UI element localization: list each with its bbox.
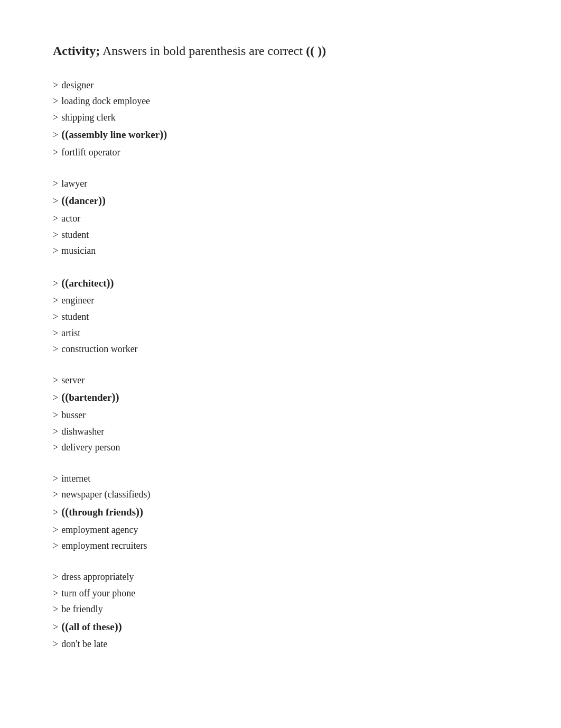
- list-item: > don't be late: [53, 636, 508, 652]
- arrow-icon: >: [53, 309, 58, 325]
- item-text: busser: [61, 407, 86, 423]
- item-text: student: [61, 309, 89, 325]
- item-text: don't be late: [61, 636, 107, 652]
- open-paren: ((: [61, 620, 69, 633]
- item-text: student: [61, 227, 89, 243]
- item-text: delivery person: [61, 439, 120, 456]
- arrow-icon: >: [53, 407, 58, 423]
- list-item: > musician: [53, 243, 508, 259]
- item-text: ((all of these)): [61, 618, 122, 637]
- item-text: actor: [61, 210, 80, 227]
- open-paren: ((: [61, 128, 69, 141]
- arrow-icon: >: [53, 390, 58, 406]
- list-item: > fortlift operator: [53, 144, 508, 161]
- item-text: turn off your phone: [61, 585, 135, 602]
- list-item: > dishwasher: [53, 423, 508, 440]
- item-text: employment agency: [61, 522, 138, 538]
- list-item: > employment recruiters: [53, 538, 508, 554]
- section-section2: > lawyer> ((dancer))> actor> student> mu…: [53, 176, 508, 259]
- list-item: > artist: [53, 325, 508, 342]
- list-item: > construction worker: [53, 341, 508, 357]
- arrow-icon: >: [53, 210, 58, 227]
- list-item: > ((all of these)): [53, 618, 508, 637]
- list-item: > newspaper (classifieds): [53, 486, 508, 503]
- arrow-icon: >: [53, 471, 58, 487]
- arrow-icon: >: [53, 176, 58, 192]
- section-section6: > dress appropriately> turn off your pho…: [53, 569, 508, 652]
- list-item: > designer: [53, 77, 508, 94]
- list-item: > be friendly: [53, 601, 508, 618]
- list-item: > dress appropriately: [53, 569, 508, 585]
- arrow-icon: >: [53, 522, 58, 538]
- item-text: fortlift operator: [61, 144, 120, 161]
- list-item: > ((through friends)): [53, 503, 508, 522]
- arrow-icon: >: [53, 423, 58, 440]
- arrow-icon: >: [53, 601, 58, 618]
- item-text: be friendly: [61, 601, 102, 618]
- arrow-icon: >: [53, 144, 58, 161]
- arrow-icon: >: [53, 243, 58, 259]
- open-paren: ((: [61, 505, 69, 518]
- item-text: loading dock employee: [61, 93, 150, 109]
- open-paren: ((: [61, 391, 69, 403]
- item-text: designer: [61, 77, 94, 94]
- list-item: > shipping clerk: [53, 109, 508, 126]
- arrow-icon: >: [53, 193, 58, 209]
- list-item: > turn off your phone: [53, 585, 508, 602]
- arrow-icon: >: [53, 127, 58, 143]
- list-item: > ((bartender)): [53, 388, 508, 407]
- list-item: > lawyer: [53, 176, 508, 192]
- item-text: newspaper (classifieds): [61, 486, 150, 503]
- item-text: shipping clerk: [61, 109, 115, 126]
- item-text: employment recruiters: [61, 538, 147, 554]
- section-section1: > designer> loading dock employee> shipp…: [53, 77, 508, 161]
- item-text: lawyer: [61, 176, 87, 192]
- list-item: > engineer: [53, 292, 508, 309]
- arrow-icon: >: [53, 372, 58, 389]
- close-paren: )): [107, 277, 114, 289]
- open-paren: ((: [61, 194, 69, 207]
- item-text: ((dancer)): [61, 191, 106, 210]
- list-item: > ((dancer)): [53, 191, 508, 210]
- close-paren: )): [111, 391, 119, 403]
- title-rest: Answers in bold parenthesis are correct: [102, 44, 306, 58]
- list-item: > employment agency: [53, 522, 508, 538]
- page-title: Activity; Answers in bold parenthesis ar…: [53, 42, 508, 60]
- close-paren: )): [160, 128, 167, 141]
- arrow-icon: >: [53, 439, 58, 456]
- list-item: > ((architect)): [53, 274, 508, 293]
- arrow-icon: >: [53, 585, 58, 602]
- arrow-icon: >: [53, 325, 58, 342]
- open-paren: ((: [61, 277, 69, 289]
- list-item: > ((assembly line worker)): [53, 125, 508, 144]
- arrow-icon: >: [53, 619, 58, 635]
- list-item: > student: [53, 309, 508, 325]
- item-text: musician: [61, 243, 96, 259]
- arrow-icon: >: [53, 93, 58, 109]
- item-text: dress appropriately: [61, 569, 134, 585]
- arrow-icon: >: [53, 227, 58, 243]
- list-item: > actor: [53, 210, 508, 227]
- arrow-icon: >: [53, 341, 58, 357]
- close-paren: )): [136, 505, 143, 518]
- arrow-icon: >: [53, 538, 58, 554]
- arrow-icon: >: [53, 275, 58, 292]
- arrow-icon: >: [53, 292, 58, 309]
- item-text: ((assembly line worker)): [61, 125, 167, 144]
- item-text: engineer: [61, 292, 94, 309]
- item-text: server: [61, 372, 85, 389]
- list-item: > loading dock employee: [53, 93, 508, 109]
- item-text: internet: [61, 471, 90, 487]
- arrow-icon: >: [53, 109, 58, 126]
- list-item: > student: [53, 227, 508, 243]
- section-section3: > ((architect))> engineer> student> arti…: [53, 274, 508, 357]
- item-text: ((bartender)): [61, 388, 119, 407]
- all-sections: > designer> loading dock employee> shipp…: [53, 77, 508, 652]
- item-text: artist: [61, 325, 80, 342]
- section-section4: > server> ((bartender))> busser> dishwas…: [53, 372, 508, 456]
- list-item: > internet: [53, 471, 508, 487]
- list-item: > delivery person: [53, 439, 508, 456]
- close-paren: )): [115, 620, 122, 633]
- title-marker: (( )): [306, 44, 326, 58]
- item-text: ((architect)): [61, 274, 114, 293]
